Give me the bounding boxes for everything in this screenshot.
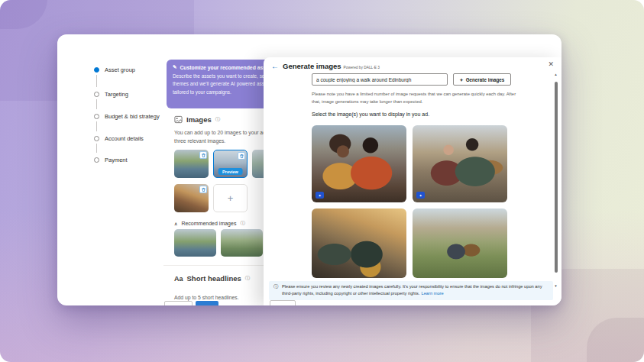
secondary-button-partial[interactable] — [164, 301, 193, 305]
plus-icon: + — [228, 192, 234, 204]
powered-by-label: Powered by DALL·E 3 — [344, 66, 380, 69]
short-headlines-header: Aa Short headlines ⓘ — [174, 274, 250, 283]
app-window: Asset group Targeting Budget & bid strat… — [57, 34, 561, 305]
stepper-connector — [96, 75, 97, 87]
image-thumbnail-selected[interactable]: Preview — [213, 150, 248, 178]
stepper-item-budget-bid-strategy[interactable]: Budget & bid strategy — [94, 112, 160, 120]
recommended-image-thumbnail[interactable] — [174, 229, 216, 257]
trash-icon — [239, 154, 244, 159]
generate-images-button-label: Generate images — [466, 77, 505, 82]
delete-image-button[interactable] — [238, 152, 245, 160]
add-image-button[interactable]: + — [213, 184, 248, 212]
step-dot — [94, 157, 99, 163]
info-icon[interactable]: ⓘ — [215, 116, 221, 123]
panel-title: Generate imagesPowered by DALL·E 3 — [283, 62, 380, 70]
close-icon[interactable]: ✕ — [548, 61, 554, 68]
info-icon[interactable]: ⓘ — [245, 275, 251, 282]
disclaimer-text: Please ensure you review any newly creat… — [282, 283, 549, 298]
panel-title-text: Generate images — [283, 62, 341, 70]
delete-image-button[interactable] — [199, 151, 207, 159]
prompt-row: ✦ Generate images — [312, 73, 511, 86]
images-section-header: Images ⓘ — [174, 115, 220, 124]
step-label: Budget & bid strategy — [105, 113, 160, 120]
sparkle-icon: ✦ — [460, 77, 464, 82]
stepper-item-asset-group[interactable]: Asset group — [94, 66, 135, 73]
disclaimer-text-body: Please ensure you review any newly creat… — [282, 284, 542, 296]
section-divider — [163, 265, 264, 266]
step-dot — [94, 114, 99, 119]
step-label: Account details — [105, 135, 144, 142]
short-headlines-title: Short headlines — [187, 274, 241, 283]
stepper-item-payment[interactable]: Payment — [94, 156, 128, 163]
banner-title: Customize your recommended assets — [180, 65, 273, 70]
step-dot-active — [94, 67, 99, 73]
text-icon: Aa — [174, 275, 183, 283]
chevron-up-icon: ∧ — [174, 221, 177, 226]
learn-more-link[interactable]: Learn more — [422, 291, 444, 296]
stepper-item-account-details[interactable]: Account details — [94, 134, 144, 142]
step-label: Asset group — [105, 66, 135, 73]
review-disclaimer: ⓘ Please ensure you review any newly cre… — [269, 281, 553, 300]
generated-image[interactable]: ✦ — [413, 125, 507, 202]
recommended-images-header[interactable]: ∧ Recommended images ⓘ — [174, 220, 245, 227]
panel-scrollbar[interactable]: ▲ ▼ — [552, 73, 559, 288]
scrollbar-thumb[interactable] — [555, 82, 558, 273]
back-arrow-icon[interactable]: ← — [271, 63, 279, 70]
delete-image-button[interactable] — [199, 186, 207, 193]
info-icon: ⓘ — [273, 283, 278, 298]
select-images-label: Select the image(s) you want to display … — [312, 112, 429, 117]
images-section-title: Images — [186, 115, 212, 124]
step-label: Targeting — [105, 91, 128, 98]
recommended-images-title: Recommended images — [181, 221, 236, 226]
generated-image[interactable] — [413, 208, 507, 278]
image-thumbnail[interactable] — [174, 150, 209, 178]
recommended-image-thumbnail[interactable] — [221, 229, 263, 257]
quota-note: Please note you have a limited number of… — [312, 90, 518, 106]
step-label: Payment — [105, 157, 128, 163]
image-thumbnail[interactable] — [174, 184, 209, 212]
stepper-connector — [96, 99, 97, 109]
scroll-up-icon[interactable]: ▲ — [552, 73, 559, 76]
prompt-input[interactable] — [312, 73, 448, 86]
marketing-backdrop: Asset group Targeting Budget & bid strat… — [0, 0, 644, 362]
customize-icon: ✎ — [173, 64, 176, 70]
generate-images-panel: ← Generate imagesPowered by DALL·E 3 ✕ ✦… — [264, 57, 561, 305]
trash-icon — [201, 187, 206, 192]
preview-button[interactable]: Preview — [218, 168, 243, 175]
stepper-connector — [96, 144, 97, 153]
ai-content-badge: ✦ — [416, 192, 425, 199]
step-dot — [94, 92, 99, 97]
panel-button-partial[interactable] — [270, 300, 296, 305]
generate-images-button[interactable]: ✦ Generate images — [453, 73, 511, 86]
step-dot — [94, 136, 99, 141]
trash-icon — [201, 153, 206, 158]
image-icon — [174, 115, 183, 124]
generated-image[interactable] — [312, 208, 406, 278]
info-icon[interactable]: ⓘ — [240, 220, 245, 227]
generated-image[interactable]: ✦ — [312, 125, 406, 202]
scroll-down-icon[interactable]: ▼ — [552, 284, 559, 288]
stepper-item-targeting[interactable]: Targeting — [94, 90, 128, 98]
ai-content-badge: ✦ — [316, 192, 324, 199]
primary-button-partial[interactable] — [196, 301, 218, 305]
stepper-connector — [96, 121, 97, 131]
